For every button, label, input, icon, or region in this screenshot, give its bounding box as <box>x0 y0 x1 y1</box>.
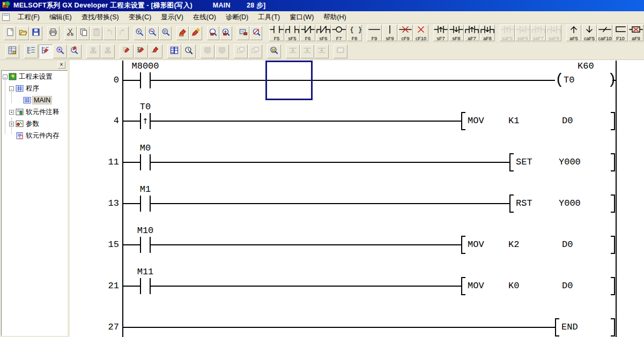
delete-vertical-line-button[interactable]: cF10 <box>413 25 428 41</box>
project-data-list-button[interactable] <box>24 44 38 58</box>
instruction-opcode: RST <box>516 198 532 208</box>
monitor-write-mode-button[interactable] <box>68 44 82 58</box>
statement-edit-button[interactable] <box>134 44 148 58</box>
collapse-toggle[interactable]: - <box>9 86 14 91</box>
coil-device: T0 <box>564 75 574 85</box>
ladder-logic-test-button[interactable] <box>5 44 19 58</box>
monitor-mode-button[interactable] <box>53 44 67 58</box>
ladder-edit-mode-button[interactable] <box>39 44 53 58</box>
entry-data-monitor-button[interactable] <box>267 44 281 58</box>
note-edit-button[interactable] <box>149 44 162 58</box>
find-icon <box>135 28 144 39</box>
screen-switch-button[interactable] <box>237 26 249 40</box>
monitor-stop-icon <box>203 46 212 57</box>
delete-horizontal-line-button[interactable]: cF9 <box>398 25 413 41</box>
delete-line-icon <box>629 25 643 36</box>
menu-item-5[interactable]: 在线(O) <box>188 11 221 24</box>
zoom-out-icon <box>209 28 217 39</box>
device-test-button[interactable] <box>176 26 189 40</box>
open-contact <box>140 237 151 253</box>
menu-bar: 工程(F)编辑(E)查找/替换(S)变换(C)显示(V)在线(O)诊断(D)工具… <box>0 11 644 24</box>
horizontal-line-button[interactable]: F9 <box>367 25 382 41</box>
menu-item-3[interactable]: 变换(C) <box>124 11 156 24</box>
menu-item-8[interactable]: 窗口(W) <box>285 11 319 24</box>
coil-button[interactable]: F7 <box>331 25 346 41</box>
instruction-arg: K0 <box>508 281 519 291</box>
rung-line <box>122 203 509 204</box>
rising-pulse-negated-key-label: saF5 <box>502 36 513 41</box>
new-project-button[interactable] <box>4 26 16 40</box>
instruction-opcode: MOV <box>468 239 484 250</box>
closed-contact-button[interactable]: F6 <box>300 25 315 41</box>
panel-close-button[interactable]: × <box>57 61 65 69</box>
horizontal-line-branch-button[interactable]: F10 <box>613 25 628 41</box>
comment-display-icon <box>336 46 345 57</box>
zoom-cancel-button[interactable] <box>250 26 262 40</box>
edit-cursor[interactable] <box>265 61 313 100</box>
instruction-close-bracket <box>611 236 615 254</box>
delete-line-button[interactable]: aF9 <box>628 25 643 41</box>
comment-icon <box>16 108 24 116</box>
rising-pulse-contact-button[interactable]: sF7 <box>433 25 448 41</box>
parallel-open-contact-button[interactable]: sF5 <box>285 25 300 41</box>
device-comment-edit-button[interactable] <box>120 44 134 58</box>
find-button[interactable] <box>134 26 146 40</box>
expand-toggle[interactable]: + <box>9 110 14 115</box>
falling-pulse-contact-button[interactable]: sF8 <box>449 25 464 41</box>
ladder-editor[interactable]: 0K60(T0)M80004MOVK1D0T0↑11SETY000M013RST… <box>70 60 644 337</box>
project-tree-panel: × -工程未设置-程序MAIN+软元件注释+参数软元件内存 <box>1 60 70 337</box>
parallel-falling-pulse-button[interactable]: aF8 <box>480 25 495 41</box>
zoom-out-button[interactable] <box>207 26 219 40</box>
pulse-up-operation-icon <box>567 25 581 36</box>
copy-button[interactable] <box>77 26 90 40</box>
falling-pulse-contact-icon <box>449 25 463 36</box>
parallel-rising-pulse-button[interactable]: aF7 <box>464 25 479 41</box>
invert-operation-result-key-label: caF10 <box>598 36 611 41</box>
menu-item-9[interactable]: 帮助(H) <box>319 11 351 24</box>
cut-button[interactable] <box>64 26 77 40</box>
mdi-child-icon[interactable] <box>2 13 10 21</box>
open-contact-button[interactable]: F5 <box>269 25 284 41</box>
application-instruction-button[interactable]: { }F8 <box>347 25 362 41</box>
parallel-closed-contact-button[interactable]: sF6 <box>316 25 331 41</box>
device-batch-edit-button[interactable] <box>189 26 202 40</box>
invert-operation-result-button[interactable]: caF10 <box>597 25 612 41</box>
monitor-start-button[interactable] <box>182 44 196 58</box>
window-cascade-button <box>234 44 248 58</box>
save-project-button[interactable] <box>29 26 42 40</box>
print-button[interactable] <box>47 26 60 40</box>
svg-text:{ }: { } <box>350 26 361 34</box>
window-tile-icon <box>251 46 260 57</box>
pulse-down-operation-button[interactable]: caF5 <box>582 25 597 41</box>
parallel-falling-negated-button: saF8 <box>546 25 561 41</box>
menu-item-2[interactable]: 查找/替换(S) <box>77 11 124 24</box>
open-contact <box>140 196 151 212</box>
open-contact-key-label: F5 <box>274 36 280 41</box>
menu-item-0[interactable]: 工程(F) <box>13 11 45 24</box>
pulse-up-operation-button[interactable]: aF5 <box>566 25 581 41</box>
menu-items: 工程(F)编辑(E)查找/替换(S)变换(C)显示(V)在线(O)诊断(D)工具… <box>13 11 351 24</box>
tree-item-0[interactable]: -工程未设置 <box>2 71 67 83</box>
zoom-in-button[interactable] <box>220 26 232 40</box>
menu-item-7[interactable]: 工具(T) <box>253 11 285 24</box>
param-icon <box>16 120 24 128</box>
find-instruction-button[interactable] <box>159 26 172 40</box>
rung-delete-button <box>315 44 329 58</box>
instruction-opcode: MOV <box>468 281 484 291</box>
menu-item-4[interactable]: 显示(V) <box>156 11 188 24</box>
menu-item-6[interactable]: 诊断(D) <box>221 11 253 24</box>
monitor-pause-icon <box>218 46 226 57</box>
open-project-button[interactable] <box>17 26 29 40</box>
instruction-arg: Y000 <box>559 157 581 167</box>
tree-item-3[interactable]: +软元件注释 <box>2 106 67 118</box>
find-device-button[interactable] <box>146 26 159 40</box>
menu-item-1[interactable]: 编辑(E) <box>45 11 77 24</box>
tree-item-label: 工程未设置 <box>19 72 53 81</box>
instruction-arg: Y000 <box>559 198 581 208</box>
instruction-close-bracket <box>611 277 615 295</box>
program-convert-button[interactable] <box>167 44 181 58</box>
horizontal-line-key-label: F9 <box>372 36 377 41</box>
vertical-line-button[interactable]: sF9 <box>382 25 397 41</box>
rung-line <box>122 327 555 328</box>
main-region: × -工程未设置-程序MAIN+软元件注释+参数软元件内存 0K60(T0)M8… <box>0 60 644 337</box>
